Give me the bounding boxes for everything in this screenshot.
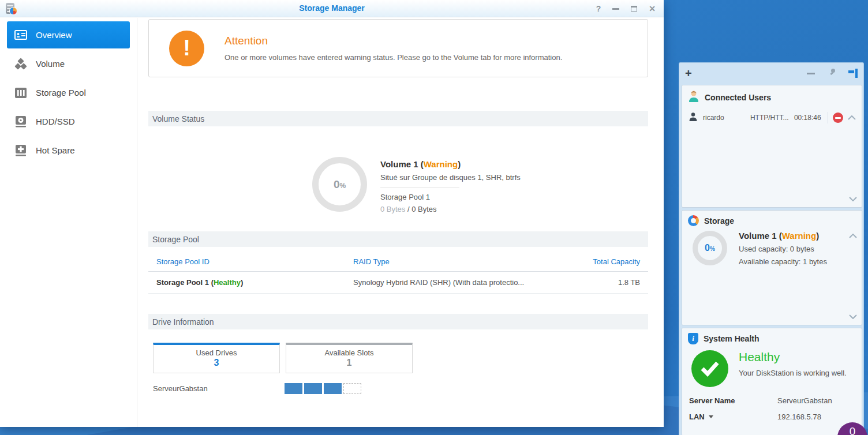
tab-label: Available Slots [286, 348, 412, 357]
sidebar-item-label: Storage Pool [36, 88, 86, 97]
widget-title: System Health [704, 334, 759, 343]
sidebar-item-volume[interactable]: Volume [7, 50, 130, 77]
system-health-widget: i System Health Healthy Your DiskStation… [682, 328, 862, 435]
healthy-check-icon [691, 350, 728, 387]
server-drive-row: ServeurGabstan [153, 383, 361, 394]
attention-title: Attention [225, 35, 562, 47]
chevron-down-icon[interactable] [849, 311, 857, 321]
column-header-total-capacity[interactable]: Total Capacity [577, 257, 640, 266]
column-header-raid-type[interactable]: RAID Type [353, 257, 577, 266]
sidebar: Overview Volume Storage Pool HDD/SSD Hot… [0, 18, 137, 427]
connected-user-row: ricardo HTTP/HTT... 00:18:46 [689, 112, 856, 123]
sidebar-item-label: Overview [36, 30, 72, 40]
divider [828, 112, 828, 123]
server-name-field: Server Name ServeurGabstan [689, 396, 856, 405]
table-header-row: Storage Pool ID RAID Type Total Capacity [148, 257, 648, 272]
disk-icon [14, 115, 28, 128]
cubes-icon [14, 58, 28, 70]
drive-slot-used [304, 383, 322, 394]
pin-icon[interactable] [828, 68, 837, 79]
section-title: Drive Information [152, 317, 214, 327]
health-status: Healthy [739, 350, 847, 364]
widget-panel-toolbar: + [679, 63, 863, 84]
overview-card-icon [14, 29, 28, 42]
storage-volume-name: Volume 1 (Warning) [739, 231, 827, 241]
raid-type-cell: Synology Hybrid RAID (SHR) (With data pr… [353, 278, 577, 287]
sidebar-item-hot-spare[interactable]: Hot Spare [7, 137, 130, 164]
volume-state: Warning [424, 159, 458, 169]
tab-available-slots[interactable]: Available Slots 1 [286, 343, 413, 373]
drive-slot-used [324, 383, 342, 394]
storage-manager-window: Storage Manager ? ✕ Overview Volume Stor… [0, 0, 664, 427]
field-value: ServeurGabstan [777, 396, 832, 405]
drive-info-section-header: Drive Information [148, 314, 648, 329]
lan-field: LAN 192.168.5.78 [689, 412, 856, 421]
storage-available-capacity: Available capacity: 1 bytes [739, 257, 827, 266]
drive-info-tabs: Used Drives 3 Available Slots 1 [153, 343, 413, 373]
volume-usage-percent: 0 [334, 178, 340, 190]
window-title: Storage Manager [0, 3, 664, 13]
sidebar-item-label: Hot Spare [36, 145, 75, 155]
volume-status-section-header: Volume Status [148, 111, 648, 126]
tab-used-drives[interactable]: Used Drives 3 [153, 343, 280, 373]
pie-chart-icon [688, 215, 699, 226]
volume-capacity: 0 Bytes / 0 Bytes [380, 205, 623, 213]
attention-message: One or more volumes have entered warning… [225, 53, 562, 62]
maximize-button[interactable] [631, 6, 637, 12]
storage-pool-section-header: Storage Pool [148, 231, 648, 247]
widget-panel: + Connected Users ricardo HTTP/HTT... 00… [679, 62, 864, 435]
minimize-button[interactable] [612, 8, 619, 10]
overview-content: ! Attention One or more volumes have ent… [138, 18, 664, 427]
tab-count: 3 [154, 358, 279, 368]
storage-pool-table: Storage Pool ID RAID Type Total Capacity… [148, 257, 648, 294]
sidebar-item-label: HDD/SSD [36, 117, 75, 126]
collapse-panel-button[interactable] [807, 73, 815, 74]
table-row[interactable]: Storage Pool 1 (Healthy) Synology Hybrid… [148, 272, 648, 294]
column-header-pool-id[interactable]: Storage Pool ID [156, 257, 353, 266]
pool-id-cell: Storage Pool 1 (Healthy) [156, 278, 353, 287]
widget-title: Connected Users [705, 93, 771, 102]
pool-state: Healthy [214, 278, 241, 287]
sidebar-item-hdd-ssd[interactable]: HDD/SSD [7, 108, 130, 135]
help-button[interactable]: ? [596, 5, 601, 13]
sidebar-item-storage-pool[interactable]: Storage Pool [7, 79, 130, 106]
volume-pool-name: Storage Pool 1 [380, 193, 623, 201]
volume-name: Volume 1 (Warning) [380, 159, 623, 169]
sidebar-item-overview[interactable]: Overview [7, 21, 130, 48]
storage-used-capacity: Used capacity: 0 bytes [739, 245, 827, 253]
server-name-label: ServeurGabstan [153, 384, 285, 393]
storage-usage-percent: 0 [705, 243, 710, 253]
health-message: Your DiskStation is working well. [739, 369, 847, 377]
tab-count: 1 [286, 358, 412, 368]
close-button[interactable]: ✕ [649, 5, 656, 13]
connected-user-name: ricardo [703, 114, 750, 122]
chevron-down-icon [709, 415, 713, 418]
section-title: Volume Status [152, 114, 204, 123]
storage-volume-state: Warning [782, 231, 816, 241]
info-shield-icon: i [688, 333, 698, 344]
chevron-up-icon[interactable] [848, 114, 856, 122]
add-widget-button[interactable]: + [685, 67, 692, 80]
storage-widget: Storage 0% Volume 1 (Warning) Used capac… [682, 210, 862, 325]
user-avatar-icon [688, 90, 699, 105]
connected-user-time: 00:18:46 [794, 114, 827, 122]
drive-slot-used [285, 383, 302, 394]
divider [380, 187, 459, 188]
lan-dropdown[interactable]: LAN [689, 412, 777, 421]
binders-icon [14, 87, 28, 99]
chevron-down-icon[interactable] [849, 193, 857, 204]
window-titlebar[interactable]: Storage Manager ? ✕ [0, 0, 664, 17]
widget-title: Storage [704, 216, 734, 226]
capacity-cell: 1.8 TB [577, 278, 640, 287]
disconnect-user-button[interactable] [833, 112, 843, 123]
dock-panel-icon[interactable] [848, 69, 858, 78]
storage-usage-donut: 0% [693, 231, 727, 265]
connected-users-widget: Connected Users ricardo HTTP/HTT... 00:1… [682, 85, 862, 208]
sidebar-item-label: Volume [36, 59, 65, 69]
drive-slot-empty [343, 383, 361, 394]
attention-icon: ! [169, 31, 204, 66]
chevron-up-icon[interactable] [849, 230, 857, 241]
tab-label: Used Drives [154, 348, 279, 357]
connected-user-protocol: HTTP/HTT... [750, 114, 794, 122]
section-title: Storage Pool [152, 235, 199, 244]
